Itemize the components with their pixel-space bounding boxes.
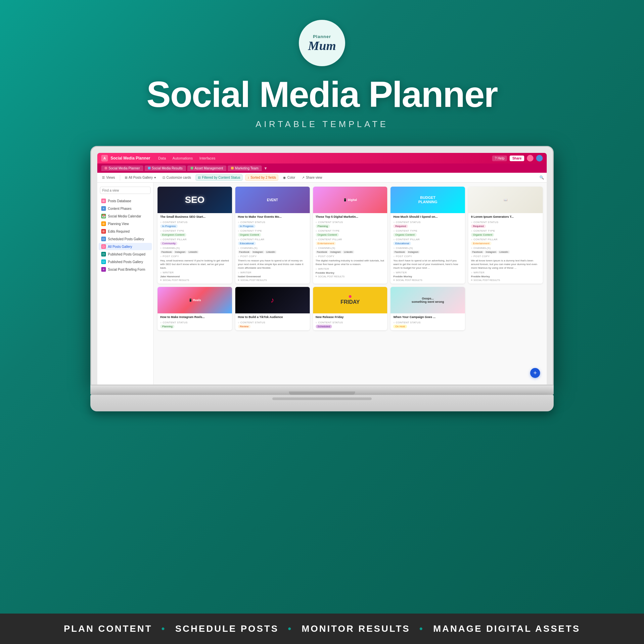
planning-label: Planning View xyxy=(108,222,129,226)
type-badge-3: Organic Content xyxy=(316,233,339,237)
gallery-card-2[interactable]: EVENT How to Make Your Events Mo... CONT… xyxy=(235,187,310,284)
dot-sep-1: • xyxy=(161,623,170,634)
views-button[interactable]: ☰ Views xyxy=(100,175,117,180)
help-button[interactable]: ? Help xyxy=(492,156,507,161)
card-image-4: BUDGETPLANNING xyxy=(391,187,465,213)
color-icon: ◉ xyxy=(283,176,286,179)
type-label-4: CONTENT TYPE xyxy=(393,229,462,232)
sidebar-item-briefing-form[interactable]: ≡ Social Post Briefing Form xyxy=(99,266,152,273)
gallery-card-8[interactable]: FRIDAY New Release Friday CONTENT STATUS… xyxy=(313,287,388,330)
card-title-8: New Release Friday xyxy=(316,315,385,319)
type-label-5: CONTENT TYPE xyxy=(471,229,540,232)
color-button[interactable]: ◉ Color xyxy=(281,175,297,180)
tab-asset-management[interactable]: Asset Management xyxy=(187,165,226,171)
card-image-2: EVENT xyxy=(235,187,310,213)
main-content: ⊞ Posts Database ≡ Content Phases 📅 Soci… xyxy=(97,183,547,385)
sidebar-item-all-posts-gallery[interactable]: ⊡ All Posts Gallery xyxy=(99,243,152,250)
tag-linkedin-2: LinkedIn xyxy=(265,251,276,253)
gallery-card-6[interactable]: 📱 Reels How to Make Instagram Reels... C… xyxy=(158,287,232,330)
laptop-base xyxy=(90,386,554,395)
gallery-button[interactable]: ⊞ All Posts Gallery ▾ xyxy=(123,175,158,180)
type-badge-5: Organic Content xyxy=(471,233,494,237)
status-badge-4: Required xyxy=(393,224,408,228)
tag-facebook-5: Facebook xyxy=(471,251,484,253)
airtable-logo: A xyxy=(101,155,108,161)
views-icon: ☰ xyxy=(102,176,105,179)
card-image-1: SEO xyxy=(158,187,232,213)
laptop-bottom xyxy=(90,395,554,411)
tab-label-2: Social Media Results xyxy=(152,166,183,170)
tabs-more[interactable]: ▾ xyxy=(264,165,267,171)
tag-linkedin-3: LinkedIn xyxy=(343,251,354,253)
main-title: Social Media Planner xyxy=(147,76,497,113)
scheduled-icon: ⊡ xyxy=(101,237,106,241)
briefing-form-label: Social Post Briefing Form xyxy=(108,268,145,271)
add-record-button[interactable]: + xyxy=(530,368,540,378)
sidebar-item-published-gallery[interactable]: ⊡ Published Posts Gallery xyxy=(99,258,152,265)
sidebar-item-planning-view[interactable]: ⊞ Planning View xyxy=(99,220,152,227)
copy-label-3: POST COPY xyxy=(316,255,385,258)
card-results-4: SOCIAL POST RESULTS xyxy=(393,279,462,282)
share-icon: ↗ xyxy=(302,176,304,179)
bottom-item-1: Plan Content xyxy=(64,623,152,634)
planning-icon: ⊞ xyxy=(101,221,106,226)
card-title-5: 9 Lorem Ipsum Generators T... xyxy=(471,215,540,219)
gallery-card-9[interactable]: Ooops...something went wrong When Your C… xyxy=(391,287,465,330)
tab-marketing-team[interactable]: Marketing Team xyxy=(228,165,262,171)
card-author-5: Freddie Morley xyxy=(471,275,540,278)
card-body-6: How to Make Instagram Reels... CONTENT S… xyxy=(158,313,232,330)
user-avatar xyxy=(527,155,533,161)
tab-label-1: Social Media Planner xyxy=(109,166,140,170)
card-results-3: SOCIAL POST RESULTS xyxy=(316,275,385,278)
card-image-5: 📖 xyxy=(468,187,543,213)
toolbar: ☰ Views ⊞ All Posts Gallery ▾ ⊡ Customiz… xyxy=(97,173,547,183)
gallery-card-5[interactable]: 📖 9 Lorem Ipsum Generators T... CONTENT … xyxy=(468,187,543,284)
sidebar-item-posts-database[interactable]: ⊞ Posts Database xyxy=(99,197,152,205)
gallery-card-1[interactable]: SEO The Small Business SEO Start... CONT… xyxy=(158,187,232,284)
sidebar-search-input[interactable] xyxy=(100,187,151,194)
gallery-chevron: ▾ xyxy=(154,176,156,179)
sidebar-item-published-grouped[interactable]: ⊡ Published Posts Grouped xyxy=(99,251,152,258)
tab-social-media-results[interactable]: Social Media Results xyxy=(145,165,186,171)
card-author-3: Freddie Morley xyxy=(316,271,385,274)
sidebar: ⊞ Posts Database ≡ Content Phases 📅 Soci… xyxy=(97,183,154,385)
gallery-card-3[interactable]: 📱 Digital These Top 5 Digital Marketin..… xyxy=(313,187,388,284)
search-box xyxy=(97,185,153,195)
nav-interfaces[interactable]: Interfaces xyxy=(199,156,215,160)
channels-label-5: CHANNEL(S) xyxy=(471,247,540,250)
card-tags-4: Facebook Instagram xyxy=(393,251,462,253)
status-badge-3: Planning xyxy=(316,224,330,228)
share-view-button[interactable]: ↗ Share view xyxy=(300,175,324,180)
gallery-card-4[interactable]: BUDGETPLANNING How Much Should I Spend o… xyxy=(391,187,465,284)
laptop: A Social Media Planner Data Automations … xyxy=(90,146,554,411)
tag-facebook-3: Facebook xyxy=(316,251,329,253)
sidebar-item-content-phases[interactable]: ≡ Content Phases xyxy=(99,205,152,212)
laptop-screen-outer: A Social Media Planner Data Automations … xyxy=(90,146,554,386)
card-title-9: When Your Campaign Goes ... xyxy=(393,315,462,319)
sidebar-item-social-media-calendar[interactable]: 📅 Social Media Calendar xyxy=(99,212,152,220)
share-button[interactable]: Share xyxy=(510,156,524,161)
status-label-9: CONTENT STATUS xyxy=(393,321,462,324)
filter-button[interactable]: ⊟ Filtered by Content Status xyxy=(196,174,243,181)
card-body-5: 9 Lorem Ipsum Generators T... CONTENT ST… xyxy=(468,213,543,284)
customize-button[interactable]: ⊡ Customize cards xyxy=(161,175,193,180)
nav-automations[interactable]: Automations xyxy=(172,156,193,160)
sidebar-item-edits-required[interactable]: ⊞ Edits Required xyxy=(99,228,152,235)
tab-social-media-planner[interactable]: Social Media Planner xyxy=(101,165,143,171)
pillar-label-2: CONTENT PILLAR xyxy=(238,238,307,241)
search-icon[interactable]: 🔍 xyxy=(539,175,544,179)
sidebar-item-scheduled-gallery[interactable]: ⊡ Scheduled Posts Gallery xyxy=(99,235,152,243)
color-label: Color xyxy=(287,176,295,179)
sort-button[interactable]: ↕ Sorted by 2 fields xyxy=(245,174,278,181)
card-image-7: ♪ xyxy=(235,287,310,313)
calendar-label: Social Media Calendar xyxy=(108,214,141,218)
sort-icon: ↕ xyxy=(248,176,249,179)
tag-instagram-5: Instagram xyxy=(484,251,497,253)
pillar-badge-5: Entertainment xyxy=(471,242,491,245)
nav-data[interactable]: Data xyxy=(158,156,166,160)
calendar-icon: 📅 xyxy=(101,214,106,218)
card-results-5: SOCIAL POST RESULTS xyxy=(471,279,540,282)
gallery-card-7[interactable]: ♪ How to Build a TikTok Audience CONTENT… xyxy=(235,287,310,330)
channels-label-3: CHANNEL(S) xyxy=(316,247,385,250)
nav-items: Data Automations Interfaces xyxy=(158,156,215,160)
